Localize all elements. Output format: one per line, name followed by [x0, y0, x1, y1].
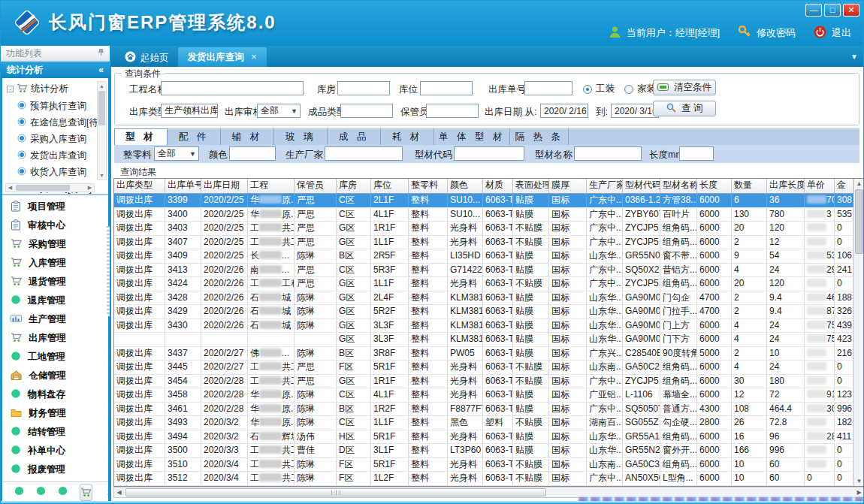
table-row[interactable]: 调拨出库34292020/2/26石城陈琳G区5R2F整料KLM38176063… — [114, 305, 864, 319]
tree-horizontal-scrollbar[interactable]: ◀▶ — [5, 183, 95, 192]
minimize-button[interactable]: — — [805, 4, 822, 17]
radio-gongzhuang[interactable] — [583, 85, 592, 94]
logout-link[interactable]: 退出 — [832, 26, 851, 40]
sidebar-item-物料盘存[interactable]: 物料盘存 — [2, 385, 108, 404]
product-type-input[interactable] — [340, 104, 393, 118]
pin-icon[interactable] — [98, 48, 104, 59]
material-tab[interactable]: 辅 材 — [221, 128, 274, 145]
location-input[interactable] — [420, 81, 473, 95]
table-row[interactable]: 调拨出库34092020/2/25长...陈琳B区2R5F整料LI35HD606… — [114, 249, 864, 264]
table-row[interactable]: 调拨出库33992020/2/25华原...严思C区2L1F整料SU10...6… — [114, 194, 864, 208]
table-row[interactable]: G区3L3F整料KLM38176063-T5贴膜国标山东华...GA90M09.… — [114, 333, 864, 347]
sidebar-item-报废管理[interactable]: 报废管理 — [2, 460, 108, 479]
sidebar-item-退货管理[interactable]: 退货管理 — [2, 273, 108, 291]
maximize-button[interactable]: □ — [824, 4, 841, 17]
column-header[interactable]: 膜厚 — [549, 179, 587, 193]
length-input[interactable] — [679, 146, 714, 161]
table-row[interactable]: 调拨出库35122020/3/4工共工程陈琳F区1L2F整料光身料6063-T5… — [114, 472, 864, 486]
tree-item[interactable]: 收货入库查询 — [5, 164, 107, 180]
material-tab[interactable]: 型 材 — [114, 128, 168, 145]
column-header[interactable]: 材质 — [483, 179, 513, 193]
factory-input[interactable] — [325, 146, 403, 161]
table-row[interactable]: 调拨出库34302020/2/26石城陈琳G区3L3F整料KLM38176063… — [114, 319, 864, 333]
sidebar-item-采购管理[interactable]: 采购管理 — [2, 235, 108, 254]
tree-vertical-scrollbar[interactable]: ▲▼ — [97, 81, 107, 180]
column-header[interactable]: 数量 — [732, 179, 767, 193]
sidebar-item-工地管理[interactable]: 工地管理 — [2, 348, 108, 367]
table-row[interactable]: 调拨出库34002020/2/25华原...严思C区4L1F整料SU10...6… — [114, 208, 864, 222]
column-header[interactable]: 库房 — [337, 179, 371, 193]
sidebar-item-财务管理[interactable]: 财务管理 — [2, 404, 108, 423]
table-row[interactable]: 调拨出库34942020/3/2石辉城汤伟H区5R1F整料光身料6063-T5贴… — [114, 430, 864, 445]
zhengliao-select[interactable]: 全部▼ — [154, 146, 199, 161]
sidebar-item-生产管理[interactable]: 生产管理 — [2, 310, 108, 329]
tree-expander-icon[interactable]: - — [7, 86, 14, 92]
table-horizontal-scrollbar[interactable]: ◀ ▶ — [113, 487, 864, 498]
radio-jiazhuang[interactable] — [624, 85, 633, 94]
column-header[interactable]: 单价 — [805, 179, 835, 193]
profile-name-input[interactable] — [574, 146, 642, 161]
material-tab[interactable]: 耗 材 — [381, 128, 434, 145]
column-header[interactable]: 出库长度 — [767, 179, 805, 193]
material-tab[interactable]: 隔 热 条 — [510, 128, 568, 145]
sidebar-item-入库管理[interactable]: 入库管理 — [2, 254, 108, 273]
column-header[interactable]: 整零料 — [409, 179, 448, 193]
column-header[interactable]: 出库单号 — [165, 179, 201, 193]
dot-icon[interactable] — [36, 486, 46, 498]
tab-home[interactable]: 起始页 — [116, 49, 178, 67]
tree-item[interactable]: 预算执行查询 — [5, 98, 107, 114]
dot-icon[interactable] — [14, 486, 24, 498]
audit-select[interactable]: 全部▼ — [257, 104, 301, 118]
tree-item[interactable]: 采购入库查询 — [5, 131, 107, 147]
table-row[interactable]: 调拨出库34612020/2/28华原...陈琳B区1R2F整料F8877FT6… — [114, 403, 864, 417]
out-type-select[interactable]: 生产领料出库▼ — [161, 104, 218, 118]
column-header[interactable]: 型材代码 — [623, 179, 660, 193]
sidebar-item-出库管理[interactable]: 出库管理 — [2, 329, 108, 348]
tree-item[interactable]: 在途信息查询[待 — [5, 114, 107, 131]
cart-button[interactable] — [80, 484, 92, 501]
table-row[interactable]: 调拨出库34932020/3/2华原...陈琳C区1L1F整料黑色塑料不贴膜国标… — [114, 416, 864, 430]
date-to-picker[interactable]: 2020/ 3/16▼ — [611, 104, 659, 118]
column-header[interactable]: 长度 — [697, 179, 732, 193]
column-header[interactable]: 工程 — [248, 179, 295, 193]
table-row[interactable]: 调拨出库35102020/3/4工共工程陈琳F区5R1F整料光身料6063-T5… — [114, 458, 864, 472]
sidebar-item-审核中心[interactable]: 审核中心 — [2, 216, 108, 235]
color-input[interactable] — [229, 146, 276, 161]
change-password-link[interactable]: 修改密码 — [757, 26, 796, 40]
table-row[interactable]: 调拨出库34072020/2/25工共工程严思G区1L1F整料光身料6063-T… — [114, 236, 864, 250]
table-row[interactable]: 调拨出库34372020/2/27佛...陈琳B区3R8F整料PW056063-… — [114, 347, 864, 361]
table-row[interactable]: 调拨出库34132020/2/26南...严思C区5R3F整料G71422606… — [114, 264, 864, 278]
table-row[interactable]: 调拨出库34582020/2/28华原...陈琳C区4L1F整料光身料6063-… — [114, 388, 864, 403]
tab-active[interactable]: 发货出库查询 × — [178, 47, 267, 67]
sidebar-item-补单中心[interactable]: 补单中心 — [2, 442, 108, 460]
table-row[interactable]: 调拨出库34242020/2/26工工程严思G区1L1F整料光身料6063-T5… — [114, 277, 864, 291]
column-header[interactable]: 保管员 — [295, 179, 337, 193]
table-row[interactable]: 调拨出库34542020/2/28工共工程严思G区1R1F整料光身料6063-T… — [114, 375, 864, 389]
material-tab[interactable]: 成 品 — [328, 128, 381, 145]
tab-close-icon[interactable]: × — [252, 52, 257, 62]
sidebar-item-仓储管理[interactable]: 仓储管理 — [2, 367, 108, 385]
table-row[interactable]: 调拨出库34452020/2/27工共工程严思F区5R1F整料光身料6063-T… — [114, 361, 864, 375]
column-header[interactable]: 出库类型 — [114, 179, 165, 193]
material-tab[interactable]: 玻 璃 — [274, 128, 328, 145]
sidebar-item-项目管理[interactable]: 项目管理 — [2, 198, 108, 216]
material-tab[interactable]: 单 体 型 材 — [434, 128, 510, 145]
column-header[interactable]: 金 — [835, 179, 853, 193]
column-header[interactable]: 型材名称 — [660, 179, 697, 193]
collapse-icon[interactable]: « — [98, 65, 104, 75]
search-button[interactable]: 查 询 — [653, 101, 716, 116]
sidebar-item-结转管理[interactable]: 结转管理 — [2, 423, 108, 442]
table-vertical-scrollbar[interactable]: ▲▼ — [853, 179, 864, 486]
column-header[interactable]: 颜色 — [448, 179, 483, 193]
dot-icon[interactable] — [58, 486, 68, 498]
sidebar-item-退库管理[interactable]: 退库管理 — [2, 291, 108, 310]
column-header[interactable]: 表面处理 — [513, 179, 549, 193]
material-tab[interactable]: 配 件 — [168, 128, 221, 145]
sidebar-group-header[interactable]: 统计分析 « — [1, 62, 110, 78]
table-row[interactable]: 调拨出库34032020/2/25工共工程严思G区1R1F整料光身料6063-T… — [114, 222, 864, 236]
column-header[interactable]: 生产厂家 — [587, 179, 623, 193]
clear-conditions-button[interactable]: 清空条件 — [653, 80, 716, 95]
table-row[interactable]: 调拨出库34282020/2/26石城陈琳G区2L4F整料KLM38176063… — [114, 291, 864, 306]
tab-list-dropdown-icon[interactable]: ▼ — [850, 53, 858, 61]
column-header[interactable]: 出库日期 — [201, 179, 248, 193]
